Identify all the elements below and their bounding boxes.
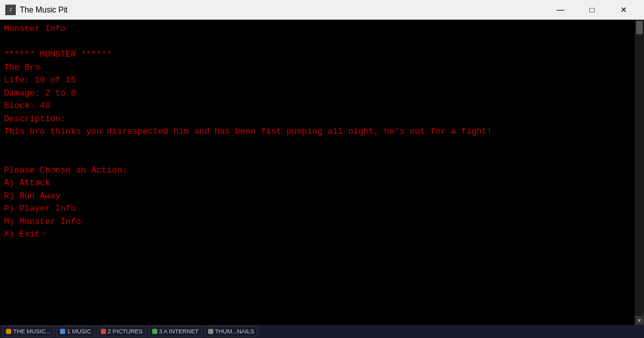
close-button[interactable]: ✕ — [608, 0, 639, 20]
section-title: Monster Info — [4, 22, 640, 36]
app-icon: ♪ — [5, 5, 16, 15]
action-player-info[interactable]: P) Player Info — [4, 202, 640, 215]
maximize-button[interactable]: □ — [577, 0, 607, 20]
monster-block: Block: 40 — [4, 99, 640, 113]
action-exit[interactable]: X) Exit — [4, 228, 640, 241]
description-label: Description: — [4, 113, 640, 126]
taskbar-item-2[interactable]: 2 PICTURES — [97, 326, 146, 337]
action-monster-info[interactable]: M) Monster Info — [4, 215, 640, 229]
window-title: The Music Pit — [20, 5, 541, 14]
action-attack[interactable]: A) Attack — [4, 177, 640, 190]
action-run[interactable]: R) Run Away — [4, 190, 640, 203]
taskbar-item-3[interactable]: 3 A INTERNET — [149, 326, 202, 337]
taskbar-item-0[interactable]: THE MUSIC... — [3, 326, 54, 337]
minimize-button[interactable]: — — [545, 0, 576, 20]
taskbar: THE MUSIC...1 MUSIC2 PICTURES3 A INTERNE… — [0, 325, 644, 338]
monster-damage: Damage: 2 to 8 — [4, 87, 640, 100]
monster-header: ****** MONSTER ****** — [4, 48, 640, 61]
monster-life: Life: 10 of 15 — [4, 74, 640, 87]
scrollbar-down-arrow[interactable]: ▼ — [635, 316, 644, 325]
action-prompt: Please Choose an Action: — [4, 164, 640, 177]
title-bar: ♪ The Music Pit — □ ✕ — [0, 0, 644, 20]
taskbar-item-1[interactable]: 1 MUSIC — [57, 326, 95, 337]
terminal-area: Monster Info ****** MONSTER ****** The B… — [0, 20, 644, 325]
window-controls: — □ ✕ — [545, 0, 639, 20]
scrollbar-thumb[interactable] — [636, 21, 643, 34]
description-text: This bro thinks you disrespected him and… — [4, 125, 640, 138]
taskbar-item-4[interactable]: THUM...NAILS — [205, 326, 258, 337]
monster-name: The Bro — [4, 61, 640, 74]
scrollbar[interactable]: ▼ — [635, 20, 644, 325]
